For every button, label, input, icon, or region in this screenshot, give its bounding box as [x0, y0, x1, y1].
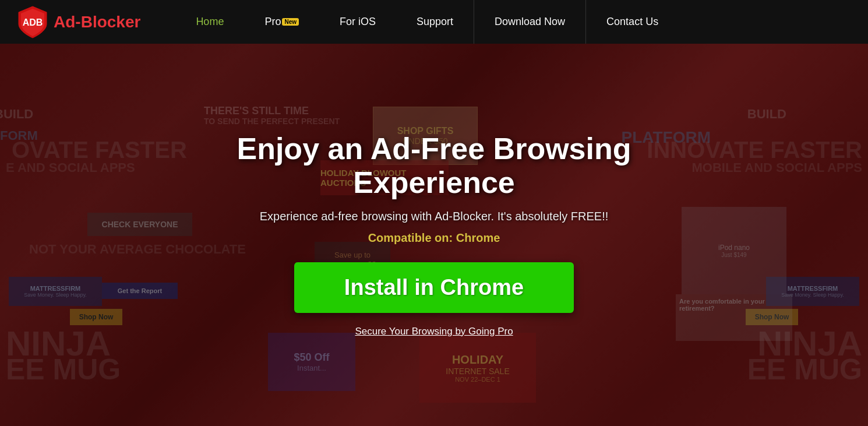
nav-item-pro[interactable]: ProNew — [244, 0, 319, 44]
hero-title: Enjoy an Ad-Free Browsing Experience — [184, 132, 684, 199]
pro-upgrade-link[interactable]: Secure Your Browsing by Going Pro — [355, 326, 513, 337]
nav-item-download[interactable]: Download Now — [474, 0, 585, 44]
navbar: ADB Ad-Blocker Home ProNew For iOS Suppo… — [0, 0, 868, 44]
hero-compatible: Compatible on: Chrome — [184, 231, 684, 245]
hero-section: OVATE FASTER e and social apps NOT YOUR … — [0, 44, 868, 426]
svg-text:ADB: ADB — [23, 17, 43, 27]
pro-badge: New — [282, 18, 299, 26]
hero-subtitle: Experience ad-free browsing with Ad-Bloc… — [184, 210, 684, 223]
nav-item-home[interactable]: Home — [175, 0, 244, 44]
logo-text: Ad-Blocker — [54, 13, 140, 31]
logo[interactable]: ADB Ad-Blocker — [17, 5, 140, 39]
hero-content: Enjoy an Ad-Free Browsing Experience Exp… — [172, 132, 696, 337]
nav-links: Home ProNew For iOS Support Download Now… — [175, 0, 851, 44]
nav-item-contact[interactable]: Contact Us — [585, 0, 679, 44]
nav-item-ios[interactable]: For iOS — [319, 0, 396, 44]
logo-icon: ADB — [17, 5, 48, 39]
pro-label: Pro — [264, 16, 281, 28]
install-chrome-button[interactable]: Install in Chrome — [294, 262, 574, 313]
nav-item-support[interactable]: Support — [396, 0, 474, 44]
